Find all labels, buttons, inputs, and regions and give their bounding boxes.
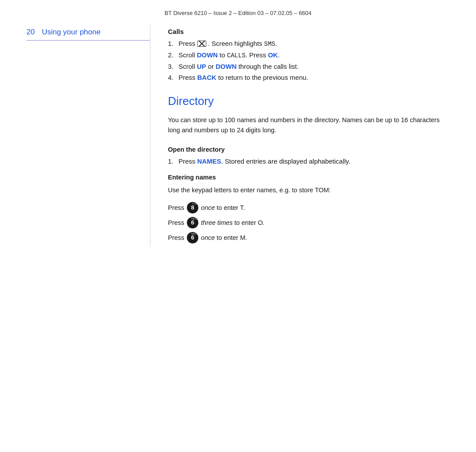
page-number: 20 bbox=[26, 28, 35, 37]
directory-section: Directory You can store up to 100 names … bbox=[168, 94, 450, 243]
right-column: Calls 1. Press . Screen highlights SMS. … bbox=[150, 24, 450, 247]
calls-section: Calls 1. Press . Screen highlights SMS. … bbox=[168, 28, 450, 81]
open-directory-step: 1. Press NAMES. Stored entries are displ… bbox=[168, 157, 450, 165]
entering-names-heading: Entering names bbox=[168, 174, 450, 181]
entering-names-section: Entering names Use the keypad letters to… bbox=[168, 174, 450, 243]
directory-title: Directory bbox=[168, 94, 450, 108]
press-line-t: Press TUV 8 once to enter T. bbox=[168, 202, 450, 213]
key-6-badge-o: MNO 6 bbox=[187, 217, 198, 228]
entering-names-desc: Use the keypad letters to enter names, e… bbox=[168, 185, 450, 195]
open-directory-heading: Open the directory bbox=[168, 146, 450, 153]
page-header: BT Diverse 6210 – Issue 2 – Edition 03 –… bbox=[0, 0, 476, 24]
key-8-badge: TUV 8 bbox=[187, 202, 198, 213]
calls-step-4: 4. Press BACK to return to the previous … bbox=[168, 74, 450, 81]
key-6-badge-m: MNO 6 bbox=[187, 232, 198, 243]
calls-heading: Calls bbox=[168, 28, 450, 35]
envelope-icon bbox=[197, 41, 206, 47]
header-text: BT Diverse 6210 – Issue 2 – Edition 03 –… bbox=[164, 10, 312, 16]
calls-step-1: 1. Press . Screen highlights SMS. bbox=[168, 40, 450, 48]
divider bbox=[26, 40, 150, 41]
section-title: Using your phone bbox=[42, 28, 100, 37]
calls-step-2: 2. Scroll DOWN to CALLS. Press OK. bbox=[168, 51, 450, 59]
directory-description: You can store up to 100 names and number… bbox=[168, 115, 450, 135]
press-line-o: Press MNO 6 three times to enter O. bbox=[168, 217, 450, 228]
calls-steps-list: 1. Press . Screen highlights SMS. 2. Scr… bbox=[168, 40, 450, 81]
left-column: 20 Using your phone bbox=[26, 24, 150, 247]
open-directory-list: 1. Press NAMES. Stored entries are displ… bbox=[168, 157, 450, 165]
calls-step-3: 3. Scroll UP or DOWN through the calls l… bbox=[168, 63, 450, 70]
press-line-m: Press MNO 6 once to enter M. bbox=[168, 232, 450, 243]
